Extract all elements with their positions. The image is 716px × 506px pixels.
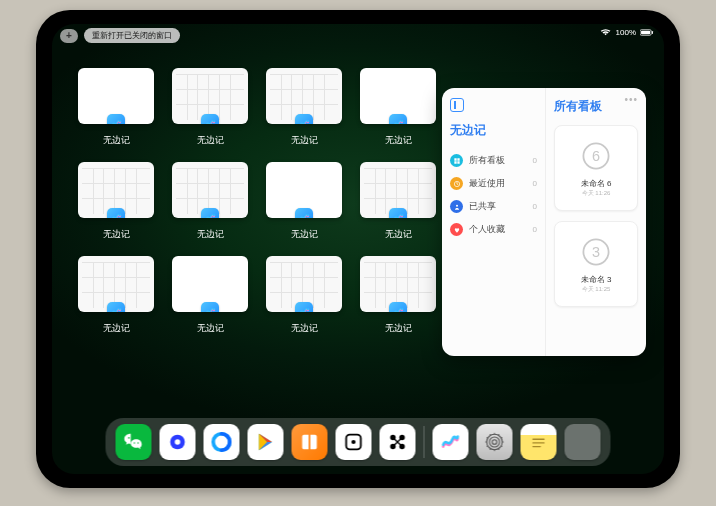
window-label: 无边记 [385,134,412,147]
new-window-button[interactable]: + [60,29,78,43]
window-label: 无边记 [291,322,318,335]
window-label: 无边记 [291,134,318,147]
window-thumbnail [360,162,436,218]
share-icon [450,200,463,213]
svg-text:3: 3 [592,244,600,260]
dock-folder-icon[interactable] [565,424,601,460]
top-bar: + 重新打开已关闭的窗口 [60,28,180,43]
app-window-thumbnail[interactable]: 无边记 [266,68,342,150]
svg-point-14 [175,439,181,445]
app-window-thumbnail[interactable]: 无边记 [266,162,342,244]
dock-freeform-icon[interactable] [433,424,469,460]
freeform-app-icon [389,208,407,218]
dock-settings-icon[interactable] [477,424,513,460]
board-time: 今天 11:25 [582,285,611,294]
dock [106,418,611,466]
app-window-thumbnail[interactable]: 无边记 [360,68,436,150]
dock-connect-icon[interactable] [380,424,416,460]
board-thumbnail[interactable]: 3未命名 3今天 11:25 [554,221,638,307]
screen: 100% + 重新打开已关闭的窗口 无边记无边记无边记无边记无边记无边记无边记无… [52,24,664,474]
app-window-thumbnail[interactable]: 无边记 [360,256,436,338]
svg-rect-1 [641,31,650,35]
app-window-thumbnail[interactable]: 无边记 [360,162,436,244]
svg-point-12 [137,442,138,443]
window-thumbnail [266,162,342,218]
more-icon[interactable]: ••• [624,94,638,105]
window-thumbnail [360,256,436,312]
freeform-app-icon [295,208,313,218]
board-sketch: 3 [578,234,614,270]
svg-point-23 [489,437,499,447]
reopen-closed-window-button[interactable]: 重新打开已关闭的窗口 [84,28,180,43]
dock-books-icon[interactable] [292,424,328,460]
freeform-app-icon [201,208,219,218]
status-bar: 100% [600,28,654,37]
svg-line-33 [490,434,491,435]
freeform-content: 所有看板 6未命名 6今天 11:263未命名 3今天 11:25 [546,88,646,356]
clock-icon [450,177,463,190]
svg-point-24 [492,440,497,445]
window-thumbnail [78,162,154,218]
freeform-app-icon [107,114,125,124]
svg-point-17 [351,440,355,444]
app-window-thumbnail[interactable]: 无边记 [78,68,154,150]
freeform-slideover-window[interactable]: ••• 无边记 所有看板0最近使用0已共享0个人收藏0 所有看板 6未命名 6今… [442,88,646,356]
app-window-thumbnail[interactable]: 无边记 [172,68,248,150]
freeform-app-icon [201,114,219,124]
sidebar-title: 无边记 [450,122,537,139]
battery-text: 100% [616,28,636,37]
window-label: 无边记 [197,134,224,147]
window-thumbnail [266,68,342,124]
window-thumbnail [360,68,436,124]
dock-dice-icon[interactable] [336,424,372,460]
sidebar-item-count: 0 [533,156,537,165]
window-thumbnail [266,256,342,312]
window-thumbnail [172,68,248,124]
svg-rect-2 [652,31,653,34]
board-time: 今天 11:26 [582,189,611,198]
svg-line-26 [501,446,502,447]
board-name: 未命名 6 [581,178,612,189]
sidebar-item-share[interactable]: 已共享0 [450,195,537,218]
board-name: 未命名 3 [581,274,612,285]
battery-icon [640,29,654,36]
sidebar-item-count: 0 [533,202,537,211]
svg-line-32 [487,437,488,438]
board-thumbnail[interactable]: 6未命名 6今天 11:26 [554,125,638,211]
svg-point-4 [456,204,458,206]
sidebar-item-count: 0 [533,179,537,188]
dock-notes-icon[interactable] [521,424,557,460]
window-label: 无边记 [103,228,130,241]
svg-point-10 [132,437,134,439]
freeform-app-icon [389,114,407,124]
dock-separator [424,426,425,458]
app-window-thumbnail[interactable]: 无边记 [266,256,342,338]
app-window-thumbnail[interactable]: 无边记 [172,256,248,338]
freeform-app-icon [107,208,125,218]
sidebar-item-heart[interactable]: 个人收藏0 [450,218,537,241]
dock-quark-icon[interactable] [160,424,196,460]
app-window-thumbnail[interactable]: 无边记 [78,162,154,244]
dock-wechat-icon[interactable] [116,424,152,460]
svg-line-36 [501,437,502,438]
freeform-sidebar: 无边记 所有看板0最近使用0已共享0个人收藏0 [442,88,546,356]
dock-qqbrowser-icon[interactable] [204,424,240,460]
window-label: 无边记 [103,134,130,147]
svg-line-30 [487,446,488,447]
app-switcher-grid: 无边记无边记无边记无边记无边记无边记无边记无边记无边记无边记无边记无边记 [78,68,436,432]
sidebar-item-clock[interactable]: 最近使用0 [450,172,537,195]
svg-line-27 [498,449,499,450]
freeform-app-icon [389,302,407,312]
dock-playstore-icon[interactable] [248,424,284,460]
freeform-app-icon [107,302,125,312]
window-label: 无边记 [291,228,318,241]
svg-line-35 [498,434,499,435]
svg-point-9 [128,437,130,439]
window-thumbnail [78,68,154,124]
app-window-thumbnail[interactable]: 无边记 [172,162,248,244]
window-thumbnail [172,162,248,218]
sidebar-item-grid[interactable]: 所有看板0 [450,149,537,172]
freeform-app-icon [295,114,313,124]
sidebar-toggle-icon[interactable] [450,98,464,112]
app-window-thumbnail[interactable]: 无边记 [78,256,154,338]
